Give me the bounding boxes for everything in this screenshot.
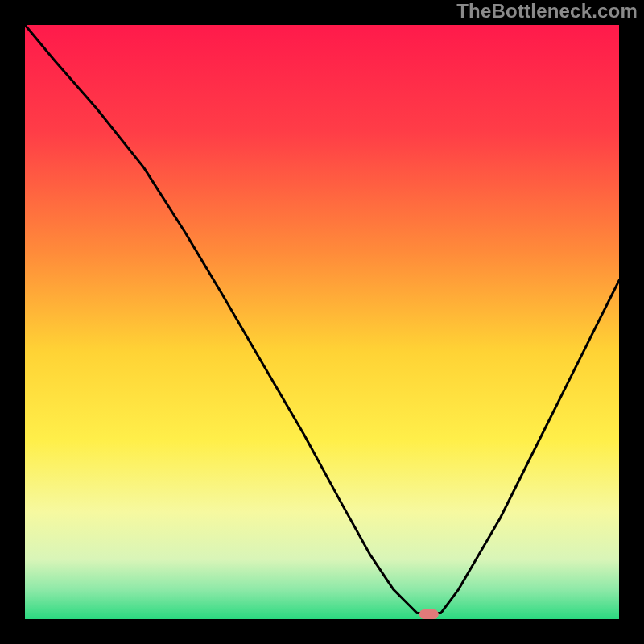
bottleneck-chart xyxy=(0,0,644,644)
plot-background xyxy=(25,25,619,619)
watermark-text: TheBottleneck.com xyxy=(456,0,638,23)
chart-container: TheBottleneck.com xyxy=(0,0,644,644)
optimal-marker xyxy=(419,609,439,619)
